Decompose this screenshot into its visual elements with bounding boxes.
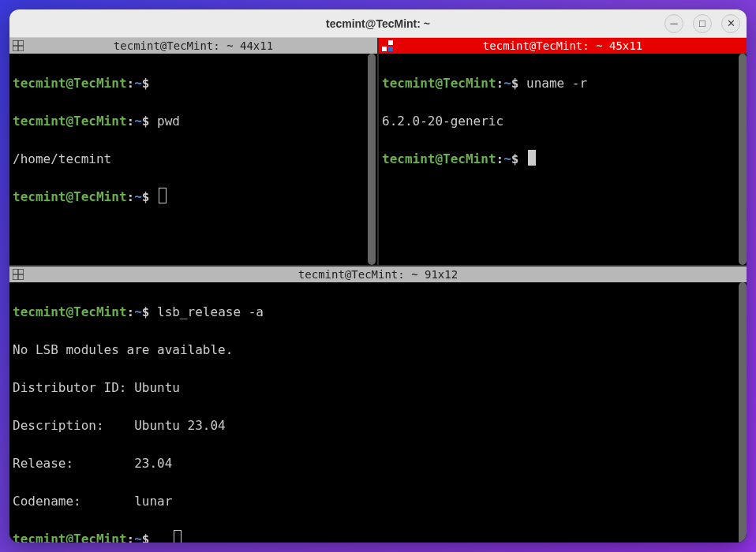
window-title: tecmint@TecMint: ~ xyxy=(9,17,747,30)
svg-rect-4 xyxy=(388,40,393,45)
terminator-panes: tecmint@TecMint: ~ 44x11 tecmint@TecMint… xyxy=(9,38,747,543)
split-icon xyxy=(382,40,393,51)
split-icon xyxy=(13,40,24,51)
close-icon: ✕ xyxy=(727,17,735,29)
prompt-host: TecMint xyxy=(73,76,126,91)
pane-bottom[interactable]: tecmint@TecMint: ~ 91x12 tecmint@TecMint… xyxy=(9,265,747,543)
cmd-lsb-release: lsb_release -a xyxy=(149,304,264,319)
output-line: Release: 23.04 xyxy=(13,456,172,471)
minimize-icon: ─ xyxy=(670,17,677,29)
pane-title-top-left[interactable]: tecmint@TecMint: ~ 44x11 xyxy=(9,38,377,54)
output-line: /home/tecmint xyxy=(13,151,111,166)
prompt-path: ~ xyxy=(134,76,142,91)
scrollbar[interactable] xyxy=(739,282,747,543)
svg-rect-3 xyxy=(382,40,387,45)
output-line: 6.2.0-20-generic xyxy=(382,114,503,129)
terminal-window: tecmint@TecMint: ~ ─ □ ✕ tecmint@TecMint… xyxy=(9,9,747,543)
pane-title-top-right[interactable]: tecmint@TecMint: ~ 45x11 xyxy=(379,38,747,54)
output-line: Description: Ubuntu 23.04 xyxy=(13,418,226,433)
scrollbar[interactable] xyxy=(368,54,376,265)
titlebar[interactable]: tecmint@TecMint: ~ ─ □ ✕ xyxy=(9,9,747,38)
pane-top-left[interactable]: tecmint@TecMint: ~ 44x11 tecmint@TecMint… xyxy=(9,38,379,265)
prompt-user: tecmint xyxy=(13,76,65,91)
cmd-pwd: pwd xyxy=(149,114,180,129)
cursor-icon xyxy=(159,188,167,203)
pane-title-label: tecmint@TecMint: ~ 45x11 xyxy=(483,39,642,52)
cmd-uname: uname -r xyxy=(518,76,587,91)
cursor-icon xyxy=(174,530,182,543)
svg-rect-6 xyxy=(388,47,393,51)
maximize-icon: □ xyxy=(699,17,705,29)
pane-title-bottom[interactable]: tecmint@TecMint: ~ 91x12 xyxy=(9,267,747,282)
window-controls: ─ □ ✕ xyxy=(664,14,740,33)
split-icon xyxy=(13,269,24,280)
pane-title-label: tecmint@TecMint: ~ 91x12 xyxy=(298,268,458,281)
pane-top-right[interactable]: tecmint@TecMint: ~ 45x11 tecmint@TecMint… xyxy=(379,38,747,265)
cursor-icon xyxy=(528,150,536,166)
top-row: tecmint@TecMint: ~ 44x11 tecmint@TecMint… xyxy=(9,38,747,265)
bottom-row: tecmint@TecMint: ~ 91x12 tecmint@TecMint… xyxy=(9,265,747,543)
maximize-button[interactable]: □ xyxy=(693,14,712,33)
output-line: Codename: lunar xyxy=(13,494,172,509)
pane-title-label: tecmint@TecMint: ~ 44x11 xyxy=(114,39,273,52)
terminal-top-right[interactable]: tecmint@TecMint:~$ uname -r 6.2.0-20-gen… xyxy=(379,54,747,265)
svg-rect-5 xyxy=(382,47,387,51)
output-line: Distributor ID: Ubuntu xyxy=(13,380,180,395)
terminal-top-left[interactable]: tecmint@TecMint:~$ tecmint@TecMint:~$ pw… xyxy=(9,54,377,265)
terminal-bottom[interactable]: tecmint@TecMint:~$ lsb_release -a No LSB… xyxy=(9,282,747,543)
output-line: No LSB modules are available. xyxy=(13,342,233,357)
minimize-button[interactable]: ─ xyxy=(664,14,683,33)
scrollbar[interactable] xyxy=(739,54,747,265)
close-button[interactable]: ✕ xyxy=(721,14,740,33)
